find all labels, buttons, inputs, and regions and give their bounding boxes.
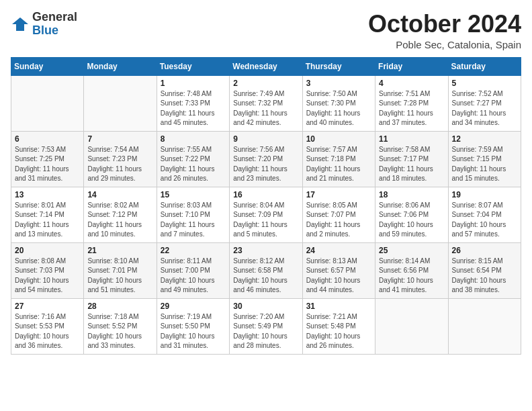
logo-general: General Blue [32, 11, 77, 38]
cell-info: Sunrise: 7:18 AMSunset: 5:52 PMDaylight:… [87, 313, 142, 350]
day-number: 30 [233, 302, 298, 311]
calendar-cell: 1Sunrise: 7:48 AMSunset: 7:33 PMDaylight… [157, 75, 229, 131]
cell-info: Sunrise: 8:08 AMSunset: 7:03 PMDaylight:… [15, 257, 69, 294]
day-number: 18 [379, 190, 444, 199]
day-number: 31 [306, 302, 371, 311]
calendar-cell: 21Sunrise: 8:10 AMSunset: 7:01 PMDayligh… [84, 242, 157, 298]
weekday-header: Friday [375, 57, 448, 75]
cell-info: Sunrise: 7:53 AMSunset: 7:25 PMDaylight:… [15, 146, 69, 183]
calendar-week-row: 1Sunrise: 7:48 AMSunset: 7:33 PMDaylight… [11, 75, 521, 131]
calendar-cell [84, 75, 157, 131]
calendar-cell: 6Sunrise: 7:53 AMSunset: 7:25 PMDaylight… [11, 131, 84, 187]
weekday-header: Tuesday [157, 57, 229, 75]
calendar-cell [448, 298, 521, 354]
cell-info: Sunrise: 7:51 AMSunset: 7:28 PMDaylight:… [379, 90, 433, 127]
day-number: 29 [161, 302, 226, 311]
calendar-cell: 25Sunrise: 8:14 AMSunset: 6:56 PMDayligh… [375, 242, 448, 298]
calendar-cell: 22Sunrise: 8:11 AMSunset: 7:00 PMDayligh… [157, 242, 229, 298]
cell-info: Sunrise: 8:03 AMSunset: 7:10 PMDaylight:… [161, 201, 215, 238]
calendar-cell: 28Sunrise: 7:18 AMSunset: 5:52 PMDayligh… [84, 298, 157, 354]
calendar-cell: 15Sunrise: 8:03 AMSunset: 7:10 PMDayligh… [157, 187, 229, 242]
cell-info: Sunrise: 8:12 AMSunset: 6:58 PMDaylight:… [233, 257, 287, 294]
calendar-cell: 5Sunrise: 7:52 AMSunset: 7:27 PMDaylight… [448, 75, 521, 131]
calendar-cell: 7Sunrise: 7:54 AMSunset: 7:23 PMDaylight… [84, 131, 157, 187]
weekday-header: Saturday [448, 57, 521, 75]
cell-info: Sunrise: 8:06 AMSunset: 7:06 PMDaylight:… [379, 201, 433, 238]
weekday-header: Monday [84, 57, 157, 75]
calendar-week-row: 20Sunrise: 8:08 AMSunset: 7:03 PMDayligh… [11, 242, 521, 298]
cell-info: Sunrise: 7:57 AMSunset: 7:18 PMDaylight:… [306, 146, 361, 183]
weekday-header: Wednesday [230, 57, 302, 75]
day-number: 27 [15, 302, 80, 311]
cell-info: Sunrise: 8:13 AMSunset: 6:57 PMDaylight:… [306, 257, 361, 294]
calendar-cell: 17Sunrise: 8:05 AMSunset: 7:07 PMDayligh… [302, 187, 375, 242]
calendar-cell: 4Sunrise: 7:51 AMSunset: 7:28 PMDaylight… [375, 75, 448, 131]
calendar-cell [11, 75, 84, 131]
calendar-cell: 8Sunrise: 7:55 AMSunset: 7:22 PMDaylight… [157, 131, 229, 187]
cell-info: Sunrise: 7:48 AMSunset: 7:33 PMDaylight:… [161, 90, 215, 127]
svg-marker-0 [12, 17, 28, 31]
weekday-header: Sunday [11, 57, 84, 75]
calendar-header-row: SundayMondayTuesdayWednesdayThursdayFrid… [11, 57, 521, 75]
day-number: 19 [452, 190, 517, 199]
calendar-cell: 11Sunrise: 7:58 AMSunset: 7:17 PMDayligh… [375, 131, 448, 187]
cell-info: Sunrise: 8:02 AMSunset: 7:12 PMDaylight:… [87, 201, 142, 238]
calendar-cell: 13Sunrise: 8:01 AMSunset: 7:14 PMDayligh… [11, 187, 84, 242]
calendar-cell: 31Sunrise: 7:21 AMSunset: 5:48 PMDayligh… [302, 298, 375, 354]
day-number: 16 [233, 190, 298, 199]
calendar-cell: 27Sunrise: 7:16 AMSunset: 5:53 PMDayligh… [11, 298, 84, 354]
cell-info: Sunrise: 7:16 AMSunset: 5:53 PMDaylight:… [15, 313, 69, 350]
day-number: 25 [379, 246, 444, 255]
day-number: 26 [452, 246, 517, 255]
day-number: 6 [15, 134, 80, 144]
cell-info: Sunrise: 8:15 AMSunset: 6:54 PMDaylight:… [452, 257, 506, 294]
cell-info: Sunrise: 7:54 AMSunset: 7:23 PMDaylight:… [87, 146, 142, 183]
cell-info: Sunrise: 7:52 AMSunset: 7:27 PMDaylight:… [452, 90, 506, 127]
day-number: 24 [306, 246, 371, 255]
cell-info: Sunrise: 7:55 AMSunset: 7:22 PMDaylight:… [161, 146, 215, 183]
day-number: 10 [306, 134, 371, 144]
cell-info: Sunrise: 7:50 AMSunset: 7:30 PMDaylight:… [306, 90, 361, 127]
cell-info: Sunrise: 7:58 AMSunset: 7:17 PMDaylight:… [379, 146, 433, 183]
calendar-cell: 23Sunrise: 8:12 AMSunset: 6:58 PMDayligh… [230, 242, 302, 298]
cell-info: Sunrise: 8:10 AMSunset: 7:01 PMDaylight:… [87, 257, 142, 294]
page-header: General Blue October 2024 Poble Sec, Cat… [11, 11, 521, 50]
cell-info: Sunrise: 7:59 AMSunset: 7:15 PMDaylight:… [452, 146, 506, 183]
day-number: 13 [15, 190, 80, 199]
calendar-cell [375, 298, 448, 354]
day-number: 22 [161, 246, 226, 255]
title-block: October 2024 Poble Sec, Catalonia, Spain [368, 11, 521, 50]
calendar-cell: 10Sunrise: 7:57 AMSunset: 7:18 PMDayligh… [302, 131, 375, 187]
calendar-cell: 9Sunrise: 7:56 AMSunset: 7:20 PMDaylight… [230, 131, 302, 187]
day-number: 12 [452, 134, 517, 144]
calendar-week-row: 13Sunrise: 8:01 AMSunset: 7:14 PMDayligh… [11, 187, 521, 242]
calendar-cell: 20Sunrise: 8:08 AMSunset: 7:03 PMDayligh… [11, 242, 84, 298]
calendar-cell: 12Sunrise: 7:59 AMSunset: 7:15 PMDayligh… [448, 131, 521, 187]
day-number: 5 [452, 79, 517, 88]
day-number: 17 [306, 190, 371, 199]
day-number: 15 [161, 190, 226, 199]
calendar-cell: 2Sunrise: 7:49 AMSunset: 7:32 PMDaylight… [230, 75, 302, 131]
calendar-week-row: 27Sunrise: 7:16 AMSunset: 5:53 PMDayligh… [11, 298, 521, 354]
calendar-cell: 30Sunrise: 7:20 AMSunset: 5:49 PMDayligh… [230, 298, 302, 354]
day-number: 9 [233, 134, 298, 144]
calendar-cell: 14Sunrise: 8:02 AMSunset: 7:12 PMDayligh… [84, 187, 157, 242]
day-number: 3 [306, 79, 371, 88]
day-number: 28 [87, 302, 152, 311]
calendar-cell: 26Sunrise: 8:15 AMSunset: 6:54 PMDayligh… [448, 242, 521, 298]
cell-info: Sunrise: 8:01 AMSunset: 7:14 PMDaylight:… [15, 201, 69, 238]
cell-info: Sunrise: 7:56 AMSunset: 7:20 PMDaylight:… [233, 146, 287, 183]
day-number: 7 [87, 134, 152, 144]
weekday-header: Thursday [302, 57, 375, 75]
day-number: 1 [161, 79, 226, 88]
day-number: 11 [379, 134, 444, 144]
cell-info: Sunrise: 8:07 AMSunset: 7:04 PMDaylight:… [452, 201, 506, 238]
calendar-cell: 29Sunrise: 7:19 AMSunset: 5:50 PMDayligh… [157, 298, 229, 354]
cell-info: Sunrise: 7:21 AMSunset: 5:48 PMDaylight:… [306, 313, 361, 350]
cell-info: Sunrise: 8:14 AMSunset: 6:56 PMDaylight:… [379, 257, 433, 294]
day-number: 21 [87, 246, 152, 255]
day-number: 23 [233, 246, 298, 255]
cell-info: Sunrise: 8:04 AMSunset: 7:09 PMDaylight:… [233, 201, 287, 238]
calendar-cell: 24Sunrise: 8:13 AMSunset: 6:57 PMDayligh… [302, 242, 375, 298]
day-number: 4 [379, 79, 444, 88]
